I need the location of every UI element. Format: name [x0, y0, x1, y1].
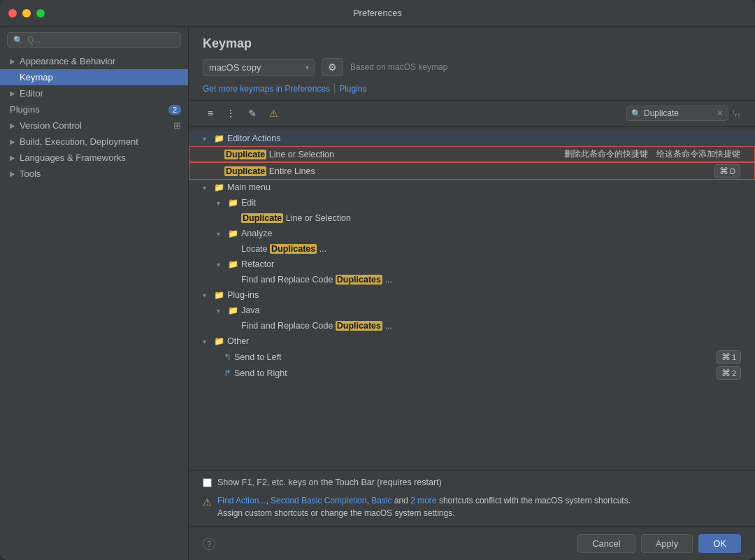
label-pre: Find and Replace Code: [241, 321, 336, 331]
tree-section-plug-ins[interactable]: ▾ 📁 Plug-ins: [189, 287, 755, 303]
tree-item-label: Find and Replace Code Duplicates ...: [241, 275, 392, 285]
folder-icon: 📁: [214, 134, 224, 143]
tree-row-dup-line-sel[interactable]: Duplicate Line or Selection 删除此条命令的快捷键 给…: [189, 146, 755, 162]
panel-title: Keymap: [203, 36, 741, 51]
cancel-button[interactable]: Cancel: [577, 534, 635, 553]
folder-icon: 📁: [228, 229, 238, 238]
sidebar-item-label: Version Control: [20, 120, 82, 131]
label-pre: Find and Replace Code: [241, 275, 336, 285]
row-actions: 删除此条命令的快捷键 给这条命令添加快捷键: [564, 148, 740, 160]
folder-icon: 📁: [228, 306, 238, 315]
section-label: Refactor: [241, 259, 274, 269]
tree-row-locate-dup[interactable]: Locate Duplicates ...: [189, 241, 755, 257]
collapse-button[interactable]: ⋮: [221, 105, 240, 122]
based-on-label: Based on macOS keymap: [350, 62, 447, 72]
tree-section-java[interactable]: ▾ 📁 Java: [189, 303, 755, 318]
section-chevron-icon: ▾: [203, 292, 211, 299]
help-button[interactable]: ?: [203, 538, 215, 550]
section-chevron-icon: ▾: [217, 199, 225, 207]
sidebar-item-version-control[interactable]: ▶ Version Control ⊞: [0, 117, 188, 134]
dialog-buttons-row: ? Cancel Apply OK: [189, 526, 755, 560]
chevron-icon: ▶: [10, 154, 15, 161]
tree-section-analyze[interactable]: ▾ 📁 Analyze: [189, 226, 755, 241]
cmd-symbol: ⌘: [721, 368, 731, 378]
send-left-icon: ↰: [224, 352, 231, 362]
add-shortcut-action[interactable]: 给这条命令添加快捷键: [656, 148, 740, 160]
sidebar-search-input[interactable]: [27, 35, 175, 45]
expand-all-button[interactable]: ≡: [203, 105, 218, 122]
warning-line2: Assign custom shortcuts or change the ma…: [217, 508, 454, 518]
tree-row-send-left[interactable]: ↰ Send to Left ⌘1: [189, 349, 755, 365]
ok-button[interactable]: OK: [698, 534, 741, 553]
main-panel: Keymap macOS copy ▾ ⚙ Based on macOS key…: [189, 27, 755, 560]
edit-button[interactable]: ✎: [243, 105, 261, 122]
tree-area[interactable]: ▾ 📁 Editor Actions Duplicate Line or Sel…: [189, 127, 755, 470]
maximize-button[interactable]: [36, 9, 45, 17]
section-label: Main menu: [227, 182, 271, 192]
sidebar-search-container: 🔍: [7, 32, 181, 48]
sidebar-item-label: Plugins: [10, 104, 40, 115]
tree-section-editor-actions[interactable]: ▾ 📁 Editor Actions: [189, 131, 755, 146]
find-action-link[interactable]: Find Action...: [217, 496, 266, 505]
section-chevron-icon: ▾: [203, 184, 211, 192]
warning-icon: ⚠: [203, 495, 212, 510]
basic-link[interactable]: Basic: [371, 496, 391, 505]
sidebar-item-languages[interactable]: ▶ Languages & Frameworks: [0, 150, 188, 166]
sidebar: 🔍 ▶ Appearance & Behavior Keymap ▶ Edito…: [0, 27, 189, 560]
tree-section-refactor[interactable]: ▾ 📁 Refactor: [189, 257, 755, 272]
tree-item-label: Send to Left: [234, 352, 281, 362]
bottom-bar: Show F1, F2, etc. keys on the Touch Bar …: [189, 470, 755, 526]
tree-item-label: Send to Right: [234, 368, 287, 378]
tree-section-main-menu[interactable]: ▾ 📁 Main menu: [189, 180, 755, 195]
sidebar-item-label: Tools: [20, 168, 41, 179]
highlight-duplicate: Duplicate: [224, 150, 266, 159]
shortcut-badge-cmd-d: ⌘D: [714, 164, 740, 178]
warning-button[interactable]: ⚠: [264, 105, 283, 122]
touchbar-checkbox[interactable]: [203, 478, 212, 487]
sidebar-item-label: Build, Execution, Deployment: [20, 136, 138, 147]
gear-button[interactable]: ⚙: [322, 58, 343, 76]
sidebar-item-tools[interactable]: ▶ Tools: [0, 166, 188, 182]
remove-shortcut-action[interactable]: 删除此条命令的快捷键: [564, 148, 648, 160]
warning-and: and: [394, 496, 410, 505]
tree-row-dup-entire[interactable]: Duplicate Entire Lines ⌘D: [189, 162, 755, 180]
touchbar-label: Show F1, F2, etc. keys on the Touch Bar …: [217, 478, 442, 487]
section-label: Other: [227, 336, 249, 346]
keymap-dropdown-wrapper: macOS copy ▾: [203, 59, 315, 76]
sidebar-item-editor[interactable]: ▶ Editor: [0, 85, 188, 101]
sidebar-item-build[interactable]: ▶ Build, Execution, Deployment: [0, 134, 188, 150]
folder-icon: 📁: [214, 290, 224, 300]
highlight-duplicate: Duplicate: [224, 166, 266, 176]
label-post: ...: [385, 321, 392, 331]
tree-section-edit[interactable]: ▾ 📁 Edit: [189, 195, 755, 210]
cmd-symbol: ⌘: [719, 166, 728, 176]
tree-item-label: Duplicate Entire Lines: [224, 166, 315, 176]
minimize-button[interactable]: [22, 9, 31, 17]
second-basic-link[interactable]: Second Basic Completion: [271, 496, 366, 505]
sidebar-item-keymap[interactable]: Keymap: [0, 69, 188, 85]
search-box: 🔍 ✕: [626, 106, 728, 121]
more-link[interactable]: 2 more: [410, 496, 436, 505]
plugins-link[interactable]: Plugins: [339, 84, 366, 94]
sidebar-item-label: Languages & Frameworks: [20, 152, 126, 163]
highlight-duplicates: Duplicates: [336, 321, 382, 331]
close-button[interactable]: [8, 9, 17, 17]
tree-section-other[interactable]: ▾ 📁 Other: [189, 333, 755, 349]
tree-row-java-find-replace-dup[interactable]: Find and Replace Code Duplicates ...: [189, 318, 755, 333]
tree-row-find-replace-dup[interactable]: Find and Replace Code Duplicates ...: [189, 272, 755, 287]
tree-row-send-right[interactable]: ↱ Send to Right ⌘2: [189, 365, 755, 381]
sidebar-item-appearance[interactable]: ▶ Appearance & Behavior: [0, 53, 188, 69]
regex-button[interactable]: ⁽ᵣ₎: [731, 108, 741, 119]
get-more-link[interactable]: Get more keymaps in Preferences: [203, 84, 330, 94]
plugins-badge: 2: [168, 105, 181, 115]
apply-button[interactable]: Apply: [641, 534, 693, 553]
keymap-select[interactable]: macOS copy: [203, 59, 315, 76]
sidebar-item-plugins[interactable]: Plugins 2: [0, 101, 188, 117]
search-icon: 🔍: [13, 36, 23, 45]
search-input[interactable]: [644, 108, 714, 118]
chevron-icon: ▶: [10, 170, 15, 178]
section-label: Editor Actions: [227, 134, 280, 143]
highlight-duplicate: Duplicate: [241, 213, 283, 223]
tree-row-mm-dup-line-sel[interactable]: Duplicate Line or Selection: [189, 210, 755, 226]
clear-search-button[interactable]: ✕: [717, 108, 724, 118]
